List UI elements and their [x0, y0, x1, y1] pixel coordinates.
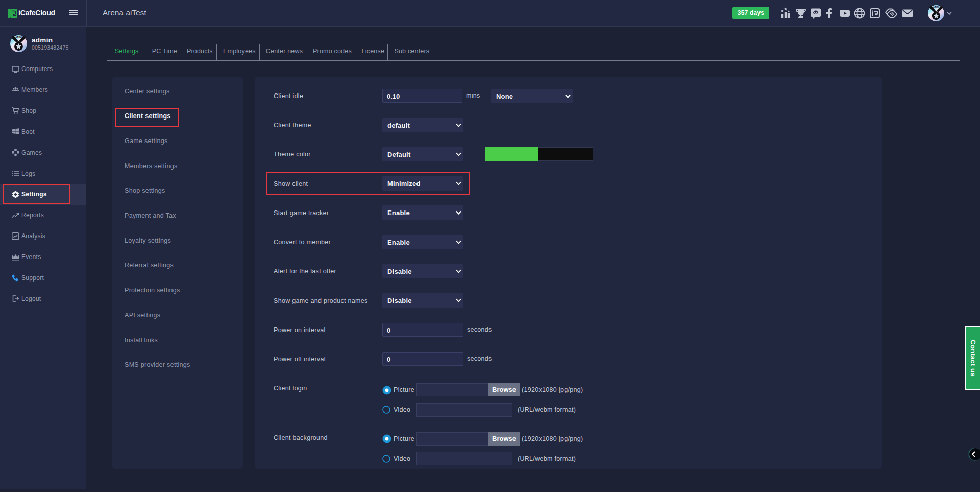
svg-text:PLATINUM: PLATINUM: [930, 6, 943, 9]
svg-text:PLATINUM: PLATINUM: [12, 36, 26, 39]
